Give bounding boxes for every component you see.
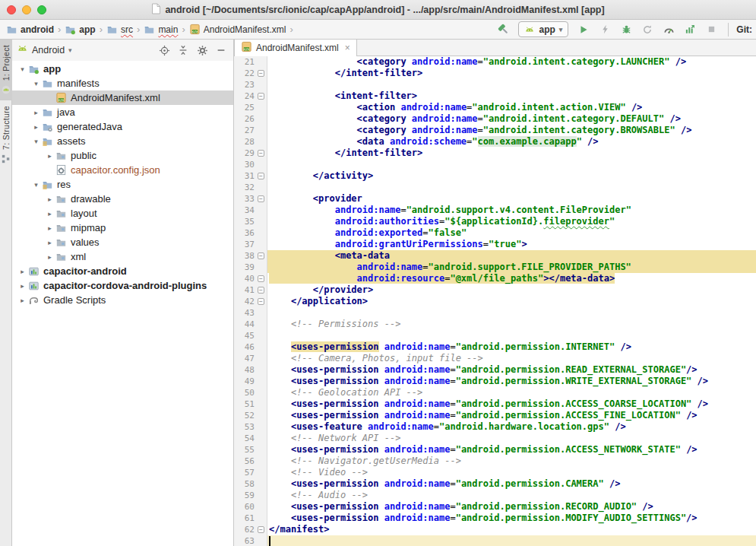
tree-expand-closed-icon[interactable]: ▸ [44,210,55,217]
tree-item-generatedjava[interactable]: ▸generatedJava [12,119,233,134]
code-line-52[interactable]: 52 <uses-permission android:name="androi… [234,410,756,421]
fold-start-icon[interactable]: − [258,93,264,100]
tool-window-button-structure[interactable]: 7: Structure [0,100,12,170]
minimize-window-button[interactable] [22,5,31,14]
tree-item-manifests[interactable]: ▾manifests [12,76,233,90]
tree-item-drawable[interactable]: ▸drawable [12,192,233,206]
tree-item-capacitor-cordova-android-plugins[interactable]: ▸capacitor-cordova-android-plugins [12,278,233,293]
fold-marker-end[interactable]: − [256,284,267,296]
hide-panel-button[interactable] [214,43,229,58]
tree-item-mipmap[interactable]: ▸mipmap [12,221,233,235]
code-line-48[interactable]: 48 <uses-permission android:name="androi… [234,364,756,376]
tree-expand-closed-icon[interactable]: ▸ [17,268,28,275]
code-line-45[interactable]: 45 [234,330,756,341]
code-line-30[interactable]: 30 [234,159,756,170]
tree-expand-open-icon[interactable]: ▾ [17,65,28,73]
zoom-window-button[interactable] [37,5,46,14]
fold-marker-end[interactable]: − [256,68,267,79]
code-line-53[interactable]: 53 <uses-feature android:name="android.h… [234,421,756,433]
code-line-22[interactable]: 22− </intent-filter> [234,68,756,79]
fold-marker-end[interactable]: − [256,296,267,307]
tree-item-layout[interactable]: ▸layout [12,206,233,221]
code-line-49[interactable]: 49 <uses-permission android:name="androi… [234,376,756,387]
code-line-41[interactable]: 41− </provider> [234,284,756,296]
tree-expand-closed-icon[interactable]: ▸ [44,224,55,232]
code-line-40[interactable]: 40− android:resource="@xml/file_paths"><… [234,273,756,284]
code-line-26[interactable]: 26 <category android:name="android.inten… [234,113,756,125]
code-line-63[interactable]: 63 [234,535,756,546]
code-line-43[interactable]: 43 [234,307,756,319]
fold-end-icon[interactable]: − [258,70,264,77]
tree-item-app[interactable]: ▾app [12,62,233,76]
fold-marker-end[interactable]: − [256,170,267,182]
code-line-27[interactable]: 27 <category android:name="android.inten… [234,125,756,136]
close-tab-icon[interactable]: × [345,43,350,53]
run-button[interactable] [574,21,593,38]
fold-marker-end[interactable]: − [256,524,267,535]
close-window-button[interactable] [7,5,16,14]
stop-button[interactable] [702,21,720,38]
breadcrumb-item-android[interactable]: android [6,24,54,35]
tree-expand-open-icon[interactable]: ▾ [30,138,42,145]
code-line-58[interactable]: 58 <uses-permission android:name="androi… [234,478,756,490]
code-line-42[interactable]: 42− </application> [234,296,756,307]
attach-profiler-button[interactable] [681,21,699,38]
code-line-46[interactable]: 46 <uses-permission android:name="androi… [234,341,756,353]
code-line-51[interactable]: 51 <uses-permission android:name="androi… [234,398,756,410]
code-line-47[interactable]: 47 <!-- Camera, Photos, input file --> [234,353,756,364]
debug-button[interactable] [617,21,635,38]
gear-icon[interactable] [195,43,210,58]
tree-expand-open-icon[interactable]: ▾ [30,181,42,189]
locate-file-button[interactable] [157,43,172,58]
tree-item-capacitor-android[interactable]: ▸capacitor-android [12,264,233,278]
code-line-61[interactable]: 61 <uses-permission android:name="androi… [234,513,756,524]
fold-start-icon[interactable]: − [258,195,264,202]
project-view-selector[interactable]: Android [32,45,65,56]
code-line-31[interactable]: 31− </activity> [234,170,756,182]
run-configuration-select[interactable]: app▾ [518,21,568,37]
editor-tab-androidmanifest[interactable]: </> AndroidManifest.xml × [234,40,357,56]
code-line-36[interactable]: 36 android:exported="false" [234,227,756,239]
tree-expand-closed-icon[interactable]: ▸ [44,253,55,261]
tree-item-java[interactable]: ▸java [12,105,233,119]
code-line-32[interactable]: 32 [234,182,756,193]
code-line-55[interactable]: 55 <uses-permission android:name="androi… [234,444,756,456]
code-line-34[interactable]: 34 android:name="android.support.v4.cont… [234,205,756,216]
code-line-23[interactable]: 23 [234,79,756,90]
tree-item-res[interactable]: ▾res [12,177,233,192]
code-line-21[interactable]: 21 <category android:name="android.inten… [234,56,756,68]
tree-expand-open-icon[interactable]: ▾ [30,80,42,87]
code-line-35[interactable]: 35 android:authorities="${applicationId}… [234,216,756,227]
fold-end-icon[interactable]: − [258,173,264,179]
fold-marker-start[interactable]: − [256,193,267,205]
tree-item-xml[interactable]: ▸xml [12,249,233,264]
tree-item-public[interactable]: ▸public [12,148,233,163]
tree-expand-closed-icon[interactable]: ▸ [30,109,42,116]
fold-end-icon[interactable]: − [258,298,264,305]
tree-item-androidmanifest-xml[interactable]: </>AndroidManifest.xml [12,90,233,105]
breadcrumb-item-main[interactable]: main [144,24,178,35]
breadcrumb-item-androidmanifest-xml[interactable]: </>AndroidManifest.xml [189,24,286,35]
code-line-24[interactable]: 24− <intent-filter> [234,90,756,102]
tree-expand-closed-icon[interactable]: ▸ [30,123,42,131]
fold-start-icon[interactable]: − [258,252,264,259]
tree-item-values[interactable]: ▸values [12,235,233,249]
fold-end-icon[interactable]: − [258,150,264,157]
code-line-28[interactable]: 28 <data android:scheme="com.example.cap… [234,136,756,148]
code-line-60[interactable]: 60 <uses-permission android:name="androi… [234,501,756,513]
make-button[interactable] [494,21,512,38]
code-line-50[interactable]: 50 <!-- Geolocation API --> [234,387,756,398]
code-line-25[interactable]: 25 <action android:name="android.intent.… [234,102,756,113]
breadcrumb-item-app[interactable]: app [65,24,95,35]
code-line-54[interactable]: 54 <!-- Network API --> [234,433,756,444]
breadcrumb-item-src[interactable]: src [106,24,133,35]
code-line-39[interactable]: 39 android:name="android.support.FILE_PR… [234,262,756,273]
code-line-62[interactable]: 62−</manifest> [234,524,756,535]
tree-expand-closed-icon[interactable]: ▸ [44,152,55,160]
code-line-59[interactable]: 59 <!-- Audio --> [234,490,756,501]
code-line-44[interactable]: 44 <!-- Permissions --> [234,319,756,330]
tool-window-button-project[interactable]: 1: Project [0,40,12,100]
collapse-all-button[interactable] [176,43,191,58]
tree-item-gradle-scripts[interactable]: ▸Gradle Scripts [12,293,233,307]
tree-item-assets[interactable]: ▾assets [12,134,233,148]
